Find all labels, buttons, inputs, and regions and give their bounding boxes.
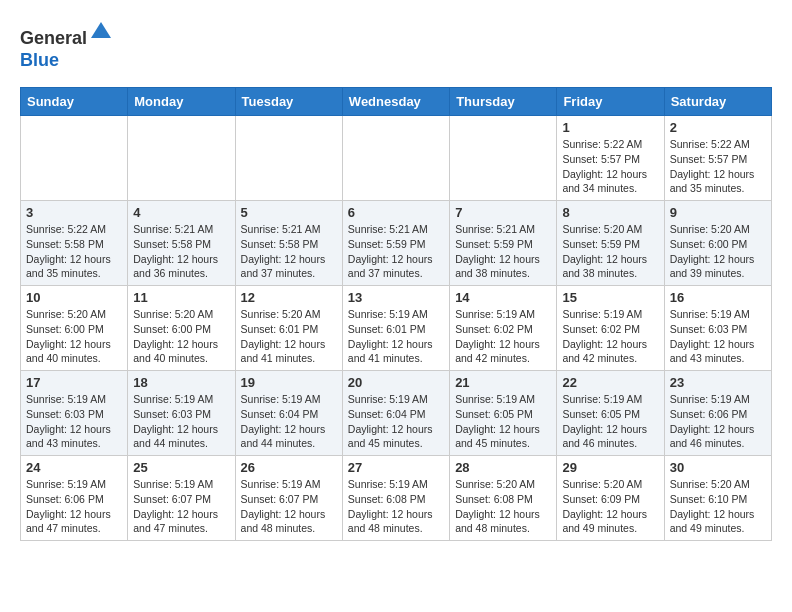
calendar-week-row: 24Sunrise: 5:19 AM Sunset: 6:06 PM Dayli…	[21, 456, 772, 541]
weekday-header-monday: Monday	[128, 88, 235, 116]
calendar-week-row: 10Sunrise: 5:20 AM Sunset: 6:00 PM Dayli…	[21, 286, 772, 371]
day-number: 24	[26, 460, 122, 475]
day-number: 14	[455, 290, 551, 305]
day-info: Sunrise: 5:19 AM Sunset: 6:02 PM Dayligh…	[562, 307, 658, 366]
calendar-cell: 20Sunrise: 5:19 AM Sunset: 6:04 PM Dayli…	[342, 371, 449, 456]
day-info: Sunrise: 5:21 AM Sunset: 5:59 PM Dayligh…	[455, 222, 551, 281]
calendar-cell: 2Sunrise: 5:22 AM Sunset: 5:57 PM Daylig…	[664, 116, 771, 201]
page-header: General Blue	[20, 20, 772, 71]
day-info: Sunrise: 5:19 AM Sunset: 6:04 PM Dayligh…	[241, 392, 337, 451]
day-number: 18	[133, 375, 229, 390]
day-info: Sunrise: 5:21 AM Sunset: 5:58 PM Dayligh…	[241, 222, 337, 281]
logo-icon	[89, 20, 113, 44]
day-info: Sunrise: 5:21 AM Sunset: 5:58 PM Dayligh…	[133, 222, 229, 281]
svg-marker-0	[91, 22, 111, 38]
day-info: Sunrise: 5:19 AM Sunset: 6:03 PM Dayligh…	[26, 392, 122, 451]
day-number: 16	[670, 290, 766, 305]
day-info: Sunrise: 5:19 AM Sunset: 6:03 PM Dayligh…	[133, 392, 229, 451]
calendar-cell: 6Sunrise: 5:21 AM Sunset: 5:59 PM Daylig…	[342, 201, 449, 286]
calendar-cell	[128, 116, 235, 201]
day-number: 26	[241, 460, 337, 475]
calendar-cell: 1Sunrise: 5:22 AM Sunset: 5:57 PM Daylig…	[557, 116, 664, 201]
calendar-cell: 16Sunrise: 5:19 AM Sunset: 6:03 PM Dayli…	[664, 286, 771, 371]
weekday-header-sunday: Sunday	[21, 88, 128, 116]
weekday-header-thursday: Thursday	[450, 88, 557, 116]
calendar-cell: 12Sunrise: 5:20 AM Sunset: 6:01 PM Dayli…	[235, 286, 342, 371]
day-number: 22	[562, 375, 658, 390]
weekday-header-tuesday: Tuesday	[235, 88, 342, 116]
weekday-header-friday: Friday	[557, 88, 664, 116]
day-number: 1	[562, 120, 658, 135]
day-number: 4	[133, 205, 229, 220]
calendar-cell: 4Sunrise: 5:21 AM Sunset: 5:58 PM Daylig…	[128, 201, 235, 286]
day-number: 19	[241, 375, 337, 390]
calendar-cell: 21Sunrise: 5:19 AM Sunset: 6:05 PM Dayli…	[450, 371, 557, 456]
calendar-cell: 25Sunrise: 5:19 AM Sunset: 6:07 PM Dayli…	[128, 456, 235, 541]
weekday-header-wednesday: Wednesday	[342, 88, 449, 116]
calendar-cell: 28Sunrise: 5:20 AM Sunset: 6:08 PM Dayli…	[450, 456, 557, 541]
calendar-cell: 3Sunrise: 5:22 AM Sunset: 5:58 PM Daylig…	[21, 201, 128, 286]
day-info: Sunrise: 5:19 AM Sunset: 6:07 PM Dayligh…	[241, 477, 337, 536]
day-number: 8	[562, 205, 658, 220]
day-info: Sunrise: 5:22 AM Sunset: 5:57 PM Dayligh…	[562, 137, 658, 196]
calendar-cell	[21, 116, 128, 201]
day-info: Sunrise: 5:21 AM Sunset: 5:59 PM Dayligh…	[348, 222, 444, 281]
day-number: 25	[133, 460, 229, 475]
day-number: 3	[26, 205, 122, 220]
day-info: Sunrise: 5:20 AM Sunset: 6:09 PM Dayligh…	[562, 477, 658, 536]
day-info: Sunrise: 5:20 AM Sunset: 6:00 PM Dayligh…	[670, 222, 766, 281]
day-info: Sunrise: 5:20 AM Sunset: 6:01 PM Dayligh…	[241, 307, 337, 366]
day-info: Sunrise: 5:19 AM Sunset: 6:05 PM Dayligh…	[562, 392, 658, 451]
calendar-cell: 27Sunrise: 5:19 AM Sunset: 6:08 PM Dayli…	[342, 456, 449, 541]
day-number: 28	[455, 460, 551, 475]
calendar-cell: 18Sunrise: 5:19 AM Sunset: 6:03 PM Dayli…	[128, 371, 235, 456]
day-number: 27	[348, 460, 444, 475]
day-number: 9	[670, 205, 766, 220]
day-info: Sunrise: 5:19 AM Sunset: 6:02 PM Dayligh…	[455, 307, 551, 366]
day-number: 6	[348, 205, 444, 220]
calendar-week-row: 3Sunrise: 5:22 AM Sunset: 5:58 PM Daylig…	[21, 201, 772, 286]
calendar-cell	[450, 116, 557, 201]
logo-general: General	[20, 28, 87, 48]
day-info: Sunrise: 5:19 AM Sunset: 6:06 PM Dayligh…	[670, 392, 766, 451]
calendar-cell: 15Sunrise: 5:19 AM Sunset: 6:02 PM Dayli…	[557, 286, 664, 371]
day-number: 2	[670, 120, 766, 135]
day-info: Sunrise: 5:22 AM Sunset: 5:58 PM Dayligh…	[26, 222, 122, 281]
day-info: Sunrise: 5:20 AM Sunset: 6:00 PM Dayligh…	[133, 307, 229, 366]
day-number: 13	[348, 290, 444, 305]
weekday-header-saturday: Saturday	[664, 88, 771, 116]
logo: General Blue	[20, 20, 113, 71]
calendar-cell: 14Sunrise: 5:19 AM Sunset: 6:02 PM Dayli…	[450, 286, 557, 371]
calendar-table: SundayMondayTuesdayWednesdayThursdayFrid…	[20, 87, 772, 541]
day-info: Sunrise: 5:19 AM Sunset: 6:06 PM Dayligh…	[26, 477, 122, 536]
calendar-cell: 24Sunrise: 5:19 AM Sunset: 6:06 PM Dayli…	[21, 456, 128, 541]
calendar-cell: 8Sunrise: 5:20 AM Sunset: 5:59 PM Daylig…	[557, 201, 664, 286]
day-number: 20	[348, 375, 444, 390]
day-number: 21	[455, 375, 551, 390]
day-info: Sunrise: 5:20 AM Sunset: 6:08 PM Dayligh…	[455, 477, 551, 536]
calendar-cell	[235, 116, 342, 201]
calendar-cell: 17Sunrise: 5:19 AM Sunset: 6:03 PM Dayli…	[21, 371, 128, 456]
day-info: Sunrise: 5:19 AM Sunset: 6:05 PM Dayligh…	[455, 392, 551, 451]
day-info: Sunrise: 5:20 AM Sunset: 6:00 PM Dayligh…	[26, 307, 122, 366]
calendar-week-row: 1Sunrise: 5:22 AM Sunset: 5:57 PM Daylig…	[21, 116, 772, 201]
calendar-cell: 22Sunrise: 5:19 AM Sunset: 6:05 PM Dayli…	[557, 371, 664, 456]
weekday-header-row: SundayMondayTuesdayWednesdayThursdayFrid…	[21, 88, 772, 116]
day-info: Sunrise: 5:19 AM Sunset: 6:08 PM Dayligh…	[348, 477, 444, 536]
calendar-cell: 23Sunrise: 5:19 AM Sunset: 6:06 PM Dayli…	[664, 371, 771, 456]
logo-blue: Blue	[20, 50, 59, 70]
day-info: Sunrise: 5:22 AM Sunset: 5:57 PM Dayligh…	[670, 137, 766, 196]
day-number: 11	[133, 290, 229, 305]
day-info: Sunrise: 5:19 AM Sunset: 6:07 PM Dayligh…	[133, 477, 229, 536]
calendar-week-row: 17Sunrise: 5:19 AM Sunset: 6:03 PM Dayli…	[21, 371, 772, 456]
calendar-cell: 7Sunrise: 5:21 AM Sunset: 5:59 PM Daylig…	[450, 201, 557, 286]
calendar-cell: 13Sunrise: 5:19 AM Sunset: 6:01 PM Dayli…	[342, 286, 449, 371]
calendar-cell: 26Sunrise: 5:19 AM Sunset: 6:07 PM Dayli…	[235, 456, 342, 541]
day-number: 17	[26, 375, 122, 390]
calendar-cell: 5Sunrise: 5:21 AM Sunset: 5:58 PM Daylig…	[235, 201, 342, 286]
day-info: Sunrise: 5:19 AM Sunset: 6:03 PM Dayligh…	[670, 307, 766, 366]
day-number: 23	[670, 375, 766, 390]
calendar-cell: 29Sunrise: 5:20 AM Sunset: 6:09 PM Dayli…	[557, 456, 664, 541]
calendar-cell: 19Sunrise: 5:19 AM Sunset: 6:04 PM Dayli…	[235, 371, 342, 456]
day-info: Sunrise: 5:19 AM Sunset: 6:04 PM Dayligh…	[348, 392, 444, 451]
